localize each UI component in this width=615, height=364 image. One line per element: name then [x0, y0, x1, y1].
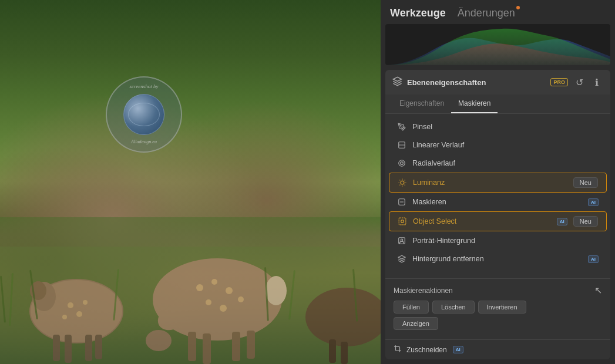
svg-rect-8 — [53, 335, 60, 361]
anzeigen-button[interactable]: Anzeigen — [394, 317, 438, 330]
maskieren-section: Maskierenaktionen ↖ Füllen Löschen Inver… — [385, 278, 610, 339]
menu-item-portrat-hintergrund[interactable]: Porträt-Hintergrund — [389, 232, 607, 250]
svg-point-27 — [266, 276, 287, 305]
watermark-text-top: screenshot by — [130, 83, 159, 89]
sub-tabs: Eigenschaften Maskieren — [385, 95, 610, 114]
watermark-globe — [123, 94, 164, 135]
brush-icon — [397, 122, 406, 132]
maskieren-label: Maskieren — [412, 198, 581, 206]
svg-rect-25 — [232, 332, 240, 361]
cursor-icon: ↖ — [594, 285, 602, 296]
svg-rect-30 — [341, 342, 348, 364]
footer-label: Zuschneiden — [406, 346, 447, 354]
svg-rect-29 — [329, 339, 336, 363]
object-select-label: Object Select — [413, 217, 550, 225]
maskieren-title: Maskierenaktionen ↖ — [394, 285, 602, 296]
svg-point-16 — [211, 279, 217, 285]
svg-rect-54 — [399, 218, 406, 225]
loschen-button[interactable]: Löschen — [432, 301, 475, 314]
svg-point-22 — [146, 330, 172, 351]
menu-item-pinsel[interactable]: Pinsel — [389, 118, 607, 136]
object-select-icon — [398, 217, 407, 226]
svg-point-7 — [62, 315, 67, 319]
object-select-ai-badge: AI — [557, 218, 567, 225]
svg-line-52 — [405, 180, 405, 180]
object-select-neu-button[interactable]: Neu — [573, 216, 598, 227]
action-row-2: Anzeigen — [394, 317, 602, 330]
radialverlauf-label: Radialverlauf — [412, 159, 599, 167]
footer: Zuschneiden AI — [385, 339, 610, 359]
menu-item-hintergrund-entfernen[interactable]: Hintergrund entfernen AI — [389, 250, 607, 268]
header: Werkzeuge Änderungen — [381, 0, 615, 19]
histogram-svg — [385, 24, 610, 65]
main-panel: Ebeneneigenschaften PRO ↺ ℹ Eigenschafte… — [385, 70, 610, 359]
photo-deer-svg — [0, 73, 381, 364]
svg-rect-24 — [203, 333, 211, 364]
svg-line-47 — [399, 180, 400, 180]
menu-item-object-select[interactable]: Object Select AI Neu — [389, 211, 607, 231]
invertieren-button[interactable]: Invertieren — [478, 301, 526, 314]
watermark-text-bottom: Alladesign.eu — [131, 139, 157, 144]
portrat-hintergrund-label: Porträt-Hintergrund — [412, 237, 599, 245]
crop-icon — [394, 345, 402, 355]
svg-point-18 — [206, 299, 211, 305]
hintergrund-entfernen-ai-badge: AI — [588, 255, 599, 263]
linearer-verlauf-label: Linearer Verlauf — [412, 141, 599, 149]
panel-header: Ebeneneigenschaften PRO ↺ ℹ — [385, 70, 610, 95]
watermark: screenshot by Alladesign.eu — [106, 76, 182, 153]
svg-rect-9 — [65, 335, 72, 363]
action-row-1: Füllen Löschen Invertieren — [394, 301, 602, 314]
info-button[interactable]: ℹ — [590, 76, 603, 89]
header-changes: Änderungen — [458, 7, 515, 19]
svg-rect-26 — [247, 331, 255, 359]
menu-item-radialverlauf[interactable]: Radialverlauf — [389, 154, 607, 172]
svg-point-39 — [401, 126, 402, 127]
maskieren-actions-label: Maskierenaktionen — [394, 287, 453, 295]
panel-actions: ↺ ℹ — [573, 76, 603, 89]
svg-point-6 — [76, 311, 82, 317]
luminanz-label: Luminanz — [413, 178, 522, 187]
histogram — [385, 24, 610, 65]
svg-marker-38 — [393, 77, 401, 81]
tab-eigenschaften[interactable]: Eigenschaften — [392, 95, 451, 113]
luminanz-icon — [398, 178, 407, 187]
panel-title: Ebeneneigenschaften — [407, 78, 543, 87]
menu-item-luminanz[interactable]: Luminanz Anzeigen Neu — [389, 173, 607, 193]
pinsel-label: Pinsel — [412, 123, 599, 131]
pro-badge: PRO — [550, 78, 568, 86]
gradient-linear-icon — [397, 140, 406, 150]
svg-point-5 — [83, 300, 88, 305]
menu-list: Pinsel Linearer Verlauf — [385, 114, 610, 278]
maskieren-ai-badge: AI — [588, 198, 599, 206]
portrait-icon — [397, 236, 406, 245]
remove-bg-icon — [397, 254, 406, 264]
tab-maskieren[interactable]: Maskieren — [451, 95, 498, 113]
svg-point-4 — [68, 302, 73, 308]
svg-point-17 — [226, 287, 233, 294]
undo-button[interactable]: ↺ — [573, 76, 586, 89]
svg-point-15 — [196, 284, 203, 291]
right-panel: Werkzeuge Änderungen — [381, 0, 615, 364]
svg-line-51 — [399, 185, 400, 186]
svg-point-43 — [401, 162, 404, 165]
svg-point-44 — [401, 181, 404, 184]
footer-ai-badge: AI — [453, 346, 463, 353]
hintergrund-entfernen-label: Hintergrund entfernen — [412, 255, 581, 263]
header-title: Werkzeuge — [390, 7, 446, 19]
svg-point-42 — [399, 160, 405, 167]
unsaved-dot — [516, 6, 520, 9]
mask-icon — [397, 197, 406, 207]
fullen-button[interactable]: Füllen — [394, 301, 429, 314]
luminanz-neu-btn[interactable]: Neu — [573, 177, 598, 188]
svg-point-19 — [220, 305, 227, 312]
svg-point-55 — [401, 220, 404, 223]
menu-item-maskieren[interactable]: Maskieren AI — [389, 193, 607, 211]
layers-icon — [392, 76, 402, 88]
changes-label: Änderungen — [458, 7, 515, 19]
svg-line-48 — [405, 185, 405, 186]
svg-point-20 — [238, 296, 244, 302]
svg-rect-10 — [85, 335, 92, 361]
svg-rect-11 — [95, 335, 102, 359]
menu-item-linearer-verlauf[interactable]: Linearer Verlauf — [389, 136, 607, 154]
gradient-radial-icon — [397, 159, 406, 168]
